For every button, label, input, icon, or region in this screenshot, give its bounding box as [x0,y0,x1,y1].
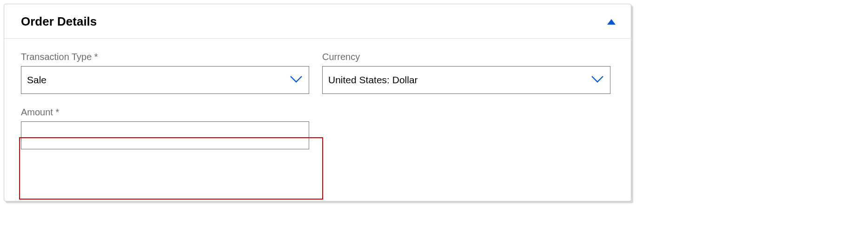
panel-title: Order Details [21,14,97,29]
currency-value: United States: Dollar [328,74,418,86]
transaction-type-field: Transaction Type * Sale [21,52,309,94]
transaction-type-value: Sale [27,74,46,86]
amount-input[interactable] [21,121,309,149]
transaction-type-select[interactable]: Sale [21,66,309,94]
panel-header: Order Details [4,4,631,39]
panel-body: Transaction Type * Sale Currency United … [4,39,631,162]
order-details-panel: Order Details Transaction Type * Sale [4,4,631,201]
currency-select[interactable]: United States: Dollar [322,66,610,94]
transaction-type-label: Transaction Type * [21,52,309,62]
amount-field: Amount * [21,107,309,149]
svg-marker-0 [607,19,616,25]
currency-label: Currency [322,52,610,62]
collapse-up-icon[interactable] [606,16,617,27]
amount-label: Amount * [21,107,309,118]
currency-field: Currency United States: Dollar [322,52,610,94]
